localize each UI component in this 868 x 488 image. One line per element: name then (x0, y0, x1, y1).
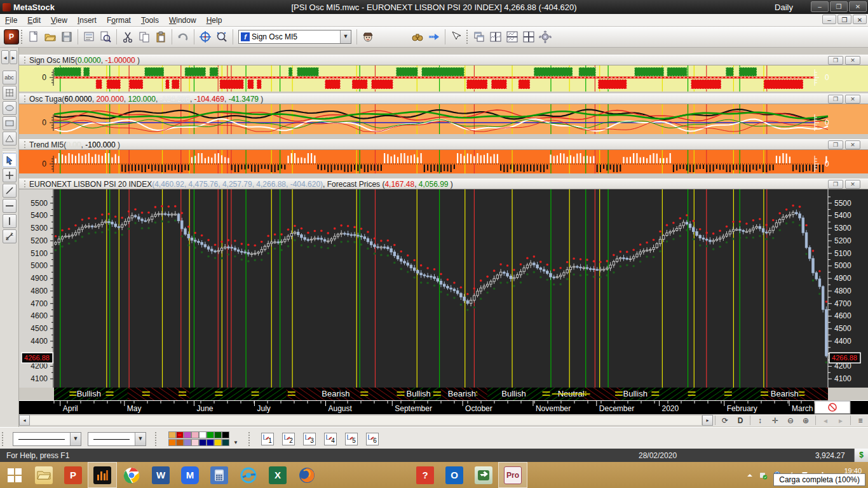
panel-header-trend[interactable]: Trend MI5 (0.00, -100.000 )❐✕ (19, 139, 868, 150)
panel-close-button[interactable]: ✕ (845, 180, 860, 189)
tool-grid[interactable] (3, 86, 17, 100)
taskbar-excel[interactable]: X (263, 462, 292, 488)
usb-safe-icon[interactable] (759, 471, 768, 480)
panel-close-button[interactable]: ✕ (845, 140, 860, 149)
palette-color-2[interactable] (176, 431, 184, 438)
close-button[interactable]: ✕ (849, 1, 867, 12)
taskbar-start[interactable] (0, 462, 29, 488)
saved-chart-button-6[interactable]: 6 (366, 433, 379, 445)
formula-combo[interactable]: fSign Osc MI5▼ (238, 30, 351, 44)
saved-chart-button-1[interactable]: 1 (261, 433, 274, 445)
menu-help[interactable]: Help (201, 15, 227, 26)
panel-header-osc-tuga[interactable]: Osc Tuga (60.0000, 200.000, 120.000, -12… (19, 93, 868, 104)
panel-header-sign-osc[interactable]: Sign Osc MI5 (0.0000, -1.00000 )❐✕ (19, 55, 868, 65)
scroll-refresh-button[interactable]: ⟳ (717, 415, 733, 426)
panel-header-main-chart[interactable]: EURONEXT LISBON PSI 20 INDEX (4,460.92, … (19, 179, 868, 189)
saved-chart-button-4[interactable]: 4 (324, 433, 337, 445)
open-button[interactable] (42, 29, 58, 45)
undo-button[interactable] (175, 29, 191, 45)
menu-window[interactable]: Window (164, 15, 201, 26)
palette-color-11[interactable] (184, 439, 191, 446)
palette-color-10[interactable] (176, 439, 184, 446)
menu-tools[interactable]: Tools (136, 15, 164, 26)
line-weight-combo[interactable]: ▼ (88, 432, 146, 446)
panel-restore-button[interactable]: ❐ (828, 140, 843, 149)
scroll-right-button[interactable]: ▸ (702, 415, 713, 426)
tool-semilog[interactable]: SL (3, 229, 17, 243)
tool-prev[interactable]: ◂ (1, 50, 9, 64)
palette-color-9[interactable] (168, 439, 176, 446)
resize-vertical-button[interactable]: ↕ (752, 415, 768, 426)
forecast-arrow-button[interactable] (426, 29, 442, 45)
panel-restore-button[interactable]: ❐ (828, 180, 843, 189)
palette-color-8[interactable] (222, 431, 229, 438)
dollar-button[interactable] (393, 29, 409, 45)
program-logo-button[interactable]: P (4, 29, 19, 44)
palette-color-16[interactable] (222, 439, 229, 446)
tool-triangle[interactable] (3, 132, 17, 146)
saved-chart-button-2[interactable]: 2 (282, 433, 295, 445)
scroll-left-button[interactable]: ◂ (19, 415, 30, 426)
close-button[interactable]: ✕ (853, 15, 867, 24)
menu-format[interactable]: Format (102, 15, 136, 26)
taskbar-outlook[interactable]: O (440, 462, 469, 488)
cut-button[interactable] (119, 29, 136, 45)
menu-edit[interactable]: Edit (22, 15, 46, 26)
indicator-fx-button[interactable] (376, 29, 393, 45)
panel-close-button[interactable]: ✕ (845, 56, 860, 65)
new-button[interactable] (25, 29, 42, 45)
chevron-down-icon[interactable]: ▼ (135, 433, 146, 445)
tool-next[interactable]: ▸ (10, 50, 17, 64)
palette-color-3[interactable] (184, 431, 191, 438)
taskbar-word[interactable]: W (146, 462, 175, 488)
zoom-out-button[interactable]: ⊖ (783, 415, 798, 426)
context-help-button[interactable] (448, 29, 465, 45)
tool-ellipse[interactable] (3, 101, 17, 115)
options-gear-button[interactable] (537, 29, 553, 45)
tile-horizontal-button[interactable] (504, 29, 520, 45)
line-style-combo[interactable]: ▼ (13, 432, 81, 446)
palette-color-15[interactable] (214, 439, 222, 446)
taskbar-metastock-pro[interactable]: Pro (498, 462, 527, 488)
copy-button[interactable] (136, 29, 153, 45)
palette-color-1[interactable] (168, 431, 176, 438)
minimize-button[interactable]: – (811, 1, 829, 12)
tool-rectangle[interactable] (3, 116, 17, 130)
scrollbar-track[interactable] (30, 415, 702, 426)
palette-color-5[interactable] (199, 431, 207, 438)
palette-color-14[interactable] (207, 439, 214, 446)
expert-advisor-button[interactable] (360, 29, 376, 45)
pan-chart-button[interactable]: ✛ (768, 415, 783, 426)
layout-button[interactable] (81, 29, 97, 45)
palette-color-13[interactable] (199, 439, 207, 446)
taskbar-calculator[interactable] (205, 462, 234, 488)
crosshair-button[interactable] (197, 29, 214, 45)
panel-close-button[interactable]: ✕ (845, 95, 860, 104)
page-right-button[interactable]: ▸ (833, 415, 848, 426)
palette-color-7[interactable] (214, 431, 222, 438)
tile-quad-button[interactable] (520, 29, 537, 45)
panel-restore-button[interactable]: ❐ (828, 56, 843, 65)
taskbar-powerpoint[interactable]: P (58, 462, 88, 488)
tool-pointer[interactable] (3, 153, 17, 167)
restore-button[interactable]: ❐ (837, 15, 851, 24)
preview-button[interactable] (97, 29, 114, 45)
taskbar-maxthon[interactable]: M (175, 462, 205, 488)
taskbar-help-viewer[interactable]: ? (410, 462, 440, 488)
minimize-button[interactable]: – (822, 15, 836, 24)
tool-vertical-line[interactable] (3, 214, 17, 228)
menu-view[interactable]: View (46, 15, 72, 26)
saved-chart-button-3[interactable]: 3 (303, 433, 316, 445)
palette-color-4[interactable] (191, 431, 199, 438)
taskbar-internet-explorer[interactable] (234, 462, 263, 488)
taskbar-file-explorer[interactable] (29, 462, 58, 488)
panel-sign-osc[interactable]: 00 (19, 65, 868, 92)
chevron-down-icon[interactable]: ▼ (70, 433, 81, 445)
taskbar-chrome[interactable] (117, 462, 146, 488)
tool-crosshair-plus[interactable] (3, 168, 17, 182)
taskbar-metastock[interactable] (88, 462, 117, 488)
tool-text-abc[interactable]: abc (3, 71, 17, 85)
page-left-button[interactable]: ◂ (818, 415, 833, 426)
chevron-up-icon[interactable] (746, 471, 754, 479)
restore-button[interactable]: ❐ (830, 1, 848, 12)
